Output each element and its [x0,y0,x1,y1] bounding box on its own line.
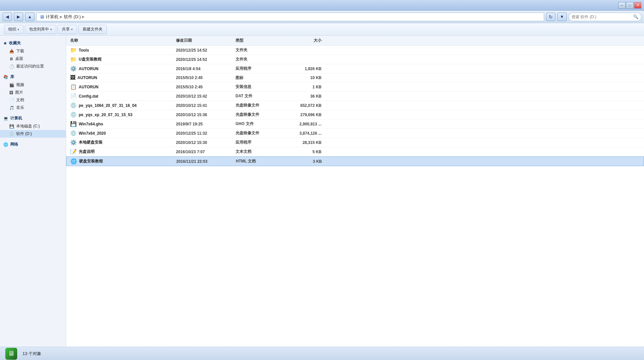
table-row[interactable]: 💿 pe_yqs_1064_20_07_31_16_04 2020/10/12 … [66,101,644,110]
file-date: 2019/9/7 19:25 [176,122,236,126]
table-row[interactable]: 💿 Win7x64_2020 2020/12/25 11:32 光盘映像文件 3… [66,129,644,138]
recent-icon: 🕐 [9,64,14,69]
share-dropdown-icon: ▾ [71,28,73,31]
dropdown-button[interactable]: ▼ [557,13,567,21]
music-icon: 🎵 [9,106,14,110]
sidebar: ★ 收藏夹 📥 下载 🖥 桌面 🕐 最近访问的位置 📚 库 � [0,36,66,347]
sidebar-item-drive-c[interactable]: 💾 本地磁盘 (C:) [0,122,66,130]
back-button[interactable]: ◀ [3,13,12,21]
sidebar-header-favorites[interactable]: ★ 收藏夹 [0,39,66,47]
file-name: 💿 Win7x64_2020 [70,130,176,136]
sidebar-header-computer[interactable]: 💻 计算机 [0,114,66,122]
sidebar-item-recent[interactable]: 🕐 最近访问的位置 [0,63,66,70]
file-size: 2,900,813 ... [282,122,322,126]
table-row[interactable]: 💾 Win7x64.gho 2019/9/7 19:25 GHO 文件 2,90… [66,119,644,129]
file-date: 2020/10/12 15:30 [176,140,236,145]
music-label: 音乐 [16,105,24,111]
search-input[interactable] [572,15,632,19]
file-icon: 🌐 [70,158,77,164]
sidebar-header-network[interactable]: 🌐 网络 [0,140,66,149]
table-row[interactable]: ⚙️ AUTORUN 2016/1/8 4:54 应用程序 1,926 KB [66,64,644,73]
file-type: 光盘映像文件 [236,103,282,108]
table-row[interactable]: 📁 Tools 2020/12/25 14:52 文件夹 [66,46,644,55]
file-type: GHO 文件 [236,121,282,127]
address-path[interactable]: 🖥 计算机 ▶ 软件 (D:) ▶ [36,13,544,21]
file-date: 2016/1/8 4:54 [176,67,236,71]
file-name: ⚙️ AUTORUN [70,66,176,72]
table-row[interactable]: 📝 光盘说明 2016/10/23 7:07 文本文档 5 KB [66,147,644,157]
sidebar-item-drive-d[interactable]: 💿 软件 (D:) [0,130,66,138]
sidebar-item-desktop[interactable]: 🖥 桌面 [0,55,66,63]
col-header-date[interactable]: 修改日期 [176,38,236,43]
address-bar: ◀ ▶ ▲ 🖥 计算机 ▶ 软件 (D:) ▶ ↻ ▼ 🔍 [0,11,644,23]
file-date: 2015/5/10 2:45 [176,85,236,89]
search-box[interactable]: 🔍 [569,13,641,21]
table-row[interactable]: 🌐 硬盘安装教程 2016/11/21 22:03 HTML 文档 3 KB [66,157,644,166]
sidebar-section-favorites: ★ 收藏夹 📥 下载 🖥 桌面 🕐 最近访问的位置 [0,39,66,70]
file-name: 🖼 AUTORUN [70,75,176,81]
sidebar-section-computer: 💻 计算机 💾 本地磁盘 (C:) 💿 软件 (D:) [0,114,66,138]
pictures-icon: 🖼 [9,90,13,95]
share-button[interactable]: 共享 ▾ [58,25,77,34]
close-button[interactable]: ✕ [634,2,641,9]
include-dropdown-icon: ▾ [50,28,52,31]
sidebar-item-documents[interactable]: 📄 文档 [0,96,66,104]
minimize-button[interactable]: ─ [618,2,625,9]
table-row[interactable]: ⚙️ 本地硬盘安装 2020/10/12 15:30 应用程序 28,315 K… [66,138,644,147]
include-library-label: 包含到库中 [29,26,49,32]
file-size: 28,315 KB [282,140,322,145]
file-name: 💿 pe_yqs_xp_20_07_31_15_53 [70,112,176,118]
file-size: 36 KB [282,94,322,99]
file-date: 2016/11/21 22:03 [176,159,236,164]
share-label: 共享 [62,26,70,32]
new-folder-button[interactable]: 新建文件夹 [78,25,107,34]
drive-d-label: 软件 (D:) [16,131,32,137]
refresh-button[interactable]: ↻ [546,13,555,21]
file-size: 652,072 KB [282,103,322,108]
sidebar-item-video[interactable]: 🎬 视频 [0,81,66,89]
table-row[interactable]: 🖼 AUTORUN 2015/5/10 2:45 图标 10 KB [66,73,644,82]
file-size: 1 KB [282,85,322,89]
col-header-name[interactable]: 名称 [70,38,176,43]
table-row[interactable]: 📄 Config.dat 2020/10/12 15:42 DAT 文件 36 … [66,92,644,101]
forward-button[interactable]: ▶ [14,13,23,21]
title-bar: ─ □ ✕ [0,0,644,11]
table-row[interactable]: 📋 AUTORUN 2015/5/10 2:45 安装信息 1 KB [66,82,644,92]
maximize-button[interactable]: □ [626,2,633,9]
file-type: HTML 文档 [236,158,282,164]
file-icon: 📁 [70,47,77,53]
table-row[interactable]: 📁 U盘安装教程 2020/12/25 14:52 文件夹 [66,55,644,64]
recent-label: 最近访问的位置 [16,64,44,69]
library-icon: 📚 [3,75,8,79]
sidebar-header-library[interactable]: 📚 库 [0,73,66,81]
file-icon: 💾 [70,121,77,127]
organize-label: 组织 [8,26,16,32]
sidebar-item-music[interactable]: 🎵 音乐 [0,104,66,112]
sidebar-item-downloads[interactable]: 📥 下载 [0,47,66,55]
computer-label: 计算机 [10,115,22,121]
file-icon: 📄 [70,93,77,99]
include-library-button[interactable]: 包含到库中 ▾ [25,25,56,34]
file-type: 光盘映像文件 [236,130,282,136]
col-header-size[interactable]: 大小 [282,38,322,43]
file-type: DAT 文件 [236,93,282,99]
file-name: 🌐 硬盘安装教程 [70,158,176,164]
favorites-icon: ★ [3,41,7,46]
file-date: 2020/10/12 15:41 [176,103,236,108]
sidebar-item-pictures[interactable]: 🖼 图片 [0,89,66,96]
file-list-header: 名称 修改日期 类型 大小 [66,36,644,46]
organize-dropdown-icon: ▾ [18,28,19,31]
file-size: 1,926 KB [282,67,322,71]
up-button[interactable]: ▲ [25,13,34,21]
file-name: ⚙️ 本地硬盘安装 [70,139,176,146]
new-folder-label: 新建文件夹 [83,26,103,32]
table-row[interactable]: 💿 pe_yqs_xp_20_07_31_15_53 2020/10/12 15… [66,110,644,119]
file-rows-container: 📁 Tools 2020/12/25 14:52 文件夹 📁 U盘安装教程 20… [66,46,644,166]
organize-button[interactable]: 组织 ▾ [4,25,23,34]
drive-c-icon: 💾 [9,124,14,129]
col-header-type[interactable]: 类型 [236,38,282,43]
file-name: 📋 AUTORUN [70,84,176,90]
desktop-icon: 🖥 [9,57,13,61]
video-icon: 🎬 [9,83,14,87]
pictures-label: 图片 [15,90,23,95]
